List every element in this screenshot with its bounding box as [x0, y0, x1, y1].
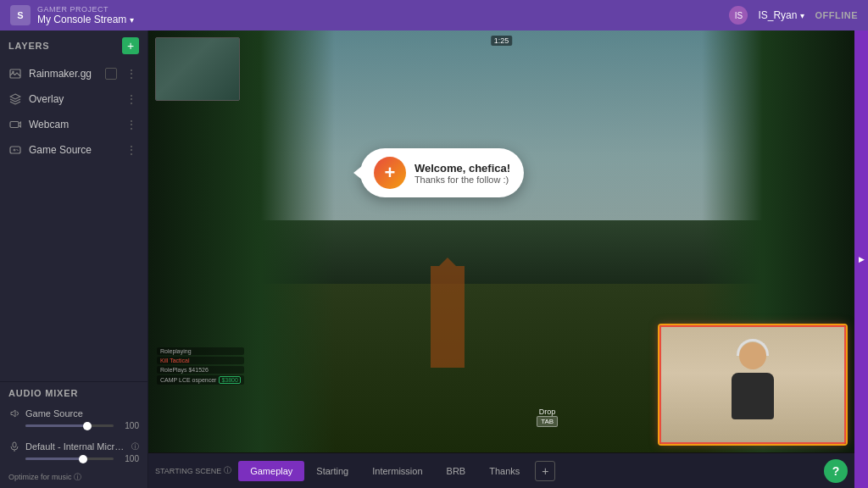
kill-feed: Roleplaying Kill Tactical RolePlays $415… — [157, 347, 244, 385]
layer-more-overlay[interactable]: ⋮ — [124, 91, 139, 108]
image-icon — [8, 67, 22, 80]
help-button[interactable]: ? — [824, 459, 848, 483]
layer-name-gamesource: Game Source — [29, 144, 117, 156]
audio-label-gamesource: Game Source — [25, 408, 139, 419]
add-scene-button[interactable]: + — [535, 461, 555, 481]
scene-tab-brb[interactable]: BRB — [435, 461, 478, 481]
optimize-music-label[interactable]: Optimize for music ⓘ — [0, 470, 147, 488]
audio-slider-gamesource: 100 — [8, 419, 139, 434]
optimize-info-icon[interactable]: ⓘ — [74, 473, 81, 481]
layer-name-rainmaker: Rainmaker.gg — [29, 68, 98, 80]
person-head — [739, 342, 766, 369]
notif-icon: + — [374, 157, 406, 189]
audio-info-icon[interactable]: ⓘ — [131, 441, 139, 452]
game-icon — [8, 143, 22, 157]
layer-item-overlay[interactable]: Overlay ⋮ — [0, 86, 147, 112]
user-avatar: IS — [729, 6, 748, 25]
topnav: S GAMER PROJECT My Console Stream ▾ IS I… — [0, 0, 868, 30]
notif-title: Welcome, chefica! — [415, 162, 510, 175]
camera-icon — [8, 118, 22, 131]
speaker-icon — [8, 408, 20, 419]
slider-track-microphone[interactable] — [25, 458, 114, 460]
stream-name[interactable]: My Console Stream ▾ — [37, 14, 134, 25]
person-silhouette — [719, 342, 787, 427]
person-body — [732, 373, 774, 419]
audio-row-microphone: Default - Internal Microphone (Bu... ⓘ — [8, 441, 139, 452]
layer-item-webcam[interactable]: Webcam ⋮ — [0, 112, 147, 137]
layer-item-gamesource[interactable]: Game Source ⋮ — [0, 137, 147, 163]
notif-tail — [353, 166, 362, 180]
layer-more-webcam[interactable]: ⋮ — [124, 116, 139, 133]
minimap-inner — [156, 38, 239, 100]
layers-title: LAYERS — [8, 41, 49, 51]
svg-rect-4 — [13, 442, 16, 447]
scene-tab-intermission[interactable]: Intermission — [360, 461, 434, 481]
hud-timer: 1:25 — [491, 36, 513, 46]
kill-entry-3: RolePlays $41526 — [157, 366, 244, 374]
tower-structure — [431, 266, 465, 368]
layer-more-gamesource[interactable]: ⋮ — [124, 141, 139, 158]
kill-entry-1: Roleplaying — [157, 347, 244, 355]
scene-tabs: Gameplay Starting Intermission BRB Thank… — [238, 461, 824, 481]
audio-item-microphone: Default - Internal Microphone (Bu... ⓘ 1… — [0, 437, 147, 470]
scene-tab-thanks[interactable]: Thanks — [477, 461, 531, 481]
minimap-overlay — [155, 37, 240, 101]
project-label: GAMER PROJECT — [37, 5, 134, 14]
right-panel: ▶ — [854, 30, 868, 488]
sidebar: LAYERS + Rainmaker.gg ⋮ Overlay ⋮ — [0, 30, 148, 488]
layer-item-rainmaker[interactable]: Rainmaker.gg ⋮ — [0, 61, 147, 86]
audio-mixer-title: AUDIO MIXER — [8, 388, 78, 398]
game-preview: 1:25 Roleplaying Kill Tactical RolePlays… — [148, 30, 854, 452]
slider-track-gamesource[interactable] — [25, 424, 114, 427]
add-layer-button[interactable]: + — [122, 37, 139, 54]
audio-item-gamesource: Game Source 100 — [0, 404, 147, 437]
layer-name-overlay: Overlay — [29, 93, 117, 105]
notification-bubble: + Welcome, chefica! Thanks for the follo… — [360, 148, 524, 197]
layers-section-header: LAYERS + — [0, 30, 147, 61]
starting-scene-info-icon[interactable]: ⓘ — [224, 465, 231, 476]
audio-section-header: AUDIO MIXER — [0, 382, 147, 404]
slider-val-microphone: 100 — [119, 454, 139, 463]
bottom-bar: STARTING SCENE ⓘ Gameplay Starting Inter… — [148, 452, 854, 488]
notif-text: Welcome, chefica! Thanks for the follow … — [415, 162, 510, 185]
starting-scene-label: STARTING SCENE ⓘ — [155, 465, 231, 476]
scene-tab-gameplay[interactable]: Gameplay — [238, 461, 304, 481]
layers-icon — [8, 92, 22, 106]
kill-entry-4: CAMP LCE ospencer $3800 — [157, 375, 244, 385]
kill-entry-2: Kill Tactical — [157, 357, 244, 364]
layer-more-rainmaker[interactable]: ⋮ — [124, 65, 139, 82]
slider-val-gamesource: 100 — [119, 421, 139, 430]
user-dropdown-icon[interactable]: ▾ — [800, 11, 804, 20]
svg-rect-2 — [10, 122, 19, 128]
drop-label: Drop TAB — [537, 408, 558, 427]
topnav-left: S GAMER PROJECT My Console Stream ▾ — [10, 5, 134, 25]
person-headphones — [737, 339, 769, 356]
webcam-inner — [661, 327, 844, 442]
main-layout: LAYERS + Rainmaker.gg ⋮ Overlay ⋮ — [0, 30, 868, 488]
app-logo[interactable]: S — [10, 5, 31, 25]
stream-dropdown-icon[interactable]: ▾ — [130, 15, 134, 25]
layer-name-webcam: Webcam — [29, 119, 117, 130]
webcam-overlay — [659, 325, 846, 444]
microphone-icon — [8, 441, 20, 452]
audio-row-gamesource: Game Source — [8, 408, 139, 419]
notif-subtitle: Thanks for the follow :) — [415, 175, 510, 185]
preview-area: 1:25 Roleplaying Kill Tactical RolePlays… — [148, 30, 854, 452]
audio-slider-microphone: 100 — [8, 452, 139, 467]
username-display[interactable]: IS_Ryan ▾ — [758, 9, 804, 21]
stream-status: OFFLINE — [815, 10, 858, 20]
center-content: 1:25 Roleplaying Kill Tactical RolePlays… — [148, 30, 854, 488]
audio-mixer-section: AUDIO MIXER Game Source 100 — [0, 381, 147, 488]
right-panel-toggle[interactable]: ▶ — [855, 250, 867, 269]
topnav-right: IS IS_Ryan ▾ OFFLINE — [729, 6, 858, 25]
scene-tab-starting[interactable]: Starting — [304, 461, 360, 481]
project-info: GAMER PROJECT My Console Stream ▾ — [37, 5, 134, 25]
audio-label-microphone: Default - Internal Microphone (Bu... — [25, 441, 126, 452]
layer-visibility-rainmaker[interactable] — [105, 68, 117, 80]
